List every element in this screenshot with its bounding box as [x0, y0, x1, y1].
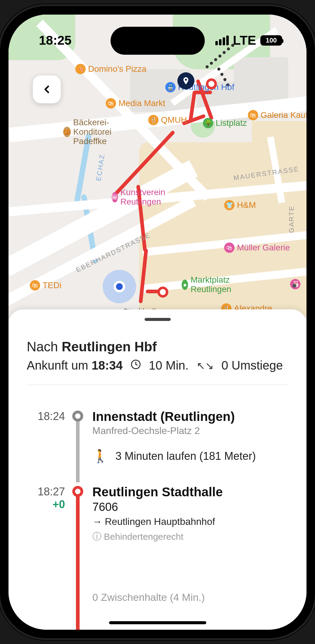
poi-hm[interactable]: 👕 H&M [224, 200, 256, 210]
poi-galeria[interactable]: 🛍 Galeria Kaufh [248, 110, 306, 120]
home-indicator[interactable] [109, 621, 206, 624]
step-time: 18:27 +0 [27, 485, 69, 630]
duration-label: 10 Min. [149, 359, 189, 372]
step-line [69, 485, 87, 630]
walk-segment: 🚶 3 Minuten laufen (181 Meter) [92, 449, 288, 463]
step-title: Innenstadt (Reutlingen) [92, 409, 288, 424]
place-icon: ● [182, 280, 188, 290]
signal-icon [215, 36, 229, 45]
route-start-pin-icon[interactable] [206, 78, 217, 89]
transfer-icon: ↖↘ [197, 360, 214, 372]
bakery-icon: 🥨 [63, 127, 71, 137]
clothes-icon: 👕 [224, 200, 235, 210]
restaurant-icon: 🍴 [148, 115, 159, 125]
route-steps: 18:24 Innenstadt (Reutlingen) Manfred-Oe… [27, 409, 288, 630]
poi-baeckerei[interactable]: 🥨 Bäckerei-Konditorei Padeffke [63, 118, 124, 146]
step-line [69, 409, 87, 473]
poi-mueller[interactable]: 🛍 Müller Galerie [224, 243, 290, 253]
bottom-sheet[interactable]: Nach Reutlingen Hbf Ankunft um 18:34 10 … [9, 309, 306, 630]
user-location-icon[interactable] [103, 270, 136, 303]
step-title: Reutlingen Stadthalle [92, 485, 288, 499]
poi-marktplatz[interactable]: ● Marktplatz Reutlingen [182, 275, 242, 294]
pin-icon: 🎳 [290, 279, 300, 289]
poi-tedi[interactable]: 🛍 TEDi [30, 280, 61, 291]
map-view[interactable]: 🍕 Domino's Pizza 🚆 Reutlingen Hbf 🛍 Medi… [9, 15, 306, 319]
step-connector [76, 418, 80, 482]
transfers-label: 0 Umstiege [221, 359, 283, 372]
step-subtitle: Manfred-Oechsle-Platz 2 [92, 425, 288, 436]
sheet-handle[interactable] [145, 318, 171, 321]
battery-icon: 100 [260, 35, 282, 46]
status-right: LTE 100 [215, 33, 282, 48]
poi-misc[interactable]: 🎳 [290, 279, 300, 289]
park-icon: 🌳 [203, 118, 213, 128]
network-label: LTE [233, 33, 256, 48]
street-garten: GARTE [288, 205, 296, 233]
clock-icon [131, 359, 141, 372]
poi-dominos[interactable]: 🍕 Domino's Pizza [75, 64, 146, 74]
arrow-right-icon: → [92, 516, 102, 527]
street-echaz: Echaz [95, 153, 106, 181]
step-time: 18:24 [27, 409, 69, 473]
battery-level: 100 [266, 36, 277, 44]
accessibility-info: ⓘ Behindertengerecht [92, 530, 288, 543]
screen: 18:25 LTE 100 [9, 15, 306, 630]
phone-frame: 18:25 LTE 100 [0, 6, 315, 638]
poi-kunstverein[interactable]: 🏛 Kunstverein Reutlingen [112, 188, 173, 207]
train-icon: 🚆 [165, 82, 176, 92]
poi-qmuh[interactable]: 🍴 QMUH [148, 115, 187, 125]
poi-reutlingen-hbf[interactable]: 🚆 Reutlingen Hbf [165, 82, 234, 92]
route-number: 7606 [92, 501, 288, 514]
shop-icon: 🛍 [248, 110, 258, 120]
sheet-summary: Ankunft um 18:34 10 Min. ↖↘ 0 Umstiege [27, 359, 288, 385]
step-node-icon [72, 486, 83, 497]
step-node-icon [72, 411, 83, 422]
poi-mediamarkt[interactable]: 🛍 Media Markt [106, 98, 165, 108]
sheet-title: Nach Reutlingen Hbf [27, 339, 288, 354]
chevron-left-icon [41, 83, 53, 95]
back-button[interactable] [33, 75, 61, 103]
step-connector [76, 494, 80, 630]
destination-pin-icon[interactable] [177, 72, 194, 89]
step-content: Reutlingen Stadthalle 7606 → Reutlingen … [87, 485, 288, 630]
shop-icon: 🛍 [30, 280, 40, 291]
shop-icon: 🛍 [224, 243, 235, 253]
food-icon: 🍕 [75, 64, 86, 74]
intermediate-stops[interactable]: 0 Zwischenhalte (4 Min.) [92, 591, 288, 603]
route-end-pin-icon[interactable] [157, 287, 168, 298]
route-step[interactable]: 18:27 +0 Reutlingen Stadthalle 7606 → Re… [27, 485, 288, 630]
route-step[interactable]: 18:24 Innenstadt (Reutlingen) Manfred-Oe… [27, 409, 288, 473]
walk-icon: 🚶 [92, 449, 108, 463]
info-icon: ⓘ [92, 530, 101, 543]
status-time: 18:25 [39, 33, 71, 48]
poi-listplatz[interactable]: 🌳 Listplatz [203, 118, 247, 128]
museum-icon: 🏛 [112, 192, 118, 202]
step-content: Innenstadt (Reutlingen) Manfred-Oechsle-… [87, 409, 288, 473]
route-direction: → Reutlingen Hauptbahnhof [92, 516, 288, 527]
dynamic-island [111, 27, 205, 55]
shop-icon: 🛍 [106, 98, 116, 108]
